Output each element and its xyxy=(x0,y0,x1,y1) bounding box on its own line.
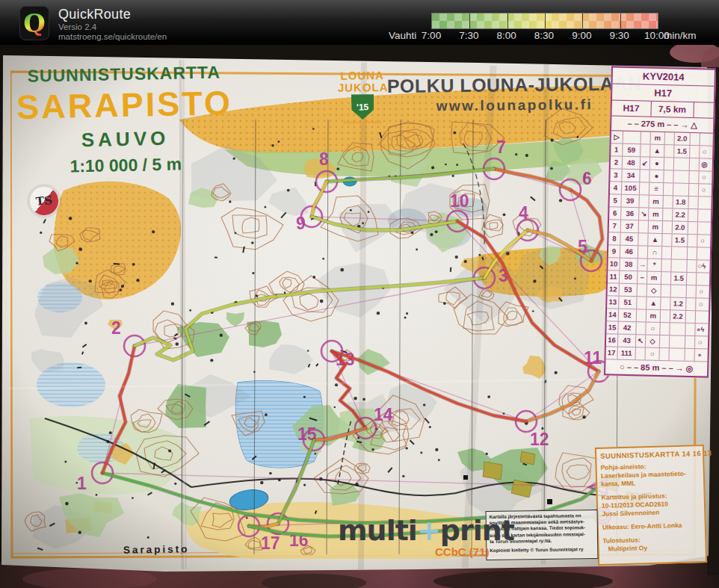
legend-unit: min/km xyxy=(664,30,697,41)
event-url: www.lounapolku.fi xyxy=(387,96,642,115)
app-version: Versio 2.4 xyxy=(58,22,96,31)
info-line: Multiprint Oy xyxy=(602,543,701,554)
legend-tick-label: 9:00 xyxy=(572,30,591,41)
place-name-label: Sarapisto xyxy=(123,543,190,556)
map-town: SAUVO xyxy=(9,126,241,153)
sheet-finish-distance: ○ – – 85 m – – → ◎ xyxy=(605,359,707,376)
printer-code: CCbC (71) xyxy=(435,545,490,558)
legend-tick-label: 8:00 xyxy=(497,30,516,41)
sheet-length: 7,5 km xyxy=(650,102,694,117)
legend-label: Vauhti xyxy=(389,30,416,41)
pace-legend: Vauhti 7:007:308:008:309:009:3010:00 min… xyxy=(389,0,718,45)
event-header: LOUNA JUKOLA '15 PAIMIO TURKU POLKU LOUN… xyxy=(338,67,585,125)
pace-gradient-bar xyxy=(431,13,658,29)
jukola-logo-line1: LOUNA xyxy=(338,69,387,81)
info-title: SUUNNISTUSKARTTA 14 16 13 xyxy=(600,449,699,460)
app-url: matstroeng.se/quickroute/en xyxy=(58,32,167,41)
titlebar: Q QuickRoute Versio 2.4 matstroeng.se/qu… xyxy=(0,0,719,45)
lounajukola-logo: LOUNA JUKOLA '15 PAIMIO TURKU xyxy=(338,69,388,125)
legend-tick-label: 7:00 xyxy=(422,30,441,41)
jukola-shield-icon: '15 xyxy=(351,94,374,120)
control-description-sheet: KYV2014 H17 H17 7,5 km – – 275 m – – → △… xyxy=(604,66,716,377)
legend-tick-label: 9:30 xyxy=(610,30,629,41)
printer-logo: multi+print CCbC (71) xyxy=(338,514,502,547)
copyright-footer: Kopiointi kielletty © Turun Suunnistajat… xyxy=(490,546,594,553)
plus-icon: + xyxy=(417,514,440,547)
map-info-box: SUUNNISTUSKARTTA 14 16 13 Pohja-aineisto… xyxy=(595,445,707,566)
map-title-block: SUUNNISTUSKARTTA SARAPISTO SAUVO 1:10 00… xyxy=(7,62,241,178)
jukola-logo-line2: JUKOLA xyxy=(338,81,387,93)
app-title: QuickRoute xyxy=(58,7,131,22)
quickroute-logo: Q xyxy=(19,6,49,40)
quickroute-window: 1234567891011121314151617 Q QuickRoute V… xyxy=(0,0,719,588)
legend-tick-label: 8:30 xyxy=(534,30,554,41)
control-rows: ▷m2.0159▲1.5○248↙●◎334●○4105≡○539m1.8636… xyxy=(605,131,712,362)
logo-q-glyph: Q xyxy=(23,10,46,36)
map-type-line: SUUNNISTUSKARTTA xyxy=(7,62,239,87)
event-title: POLKU LOUNA-JUKOLAAN xyxy=(387,72,642,97)
map-name: SARAPISTO xyxy=(8,84,241,127)
sheet-class-cell: H17 xyxy=(611,100,650,116)
legend-tick-label: 7:30 xyxy=(459,30,478,41)
